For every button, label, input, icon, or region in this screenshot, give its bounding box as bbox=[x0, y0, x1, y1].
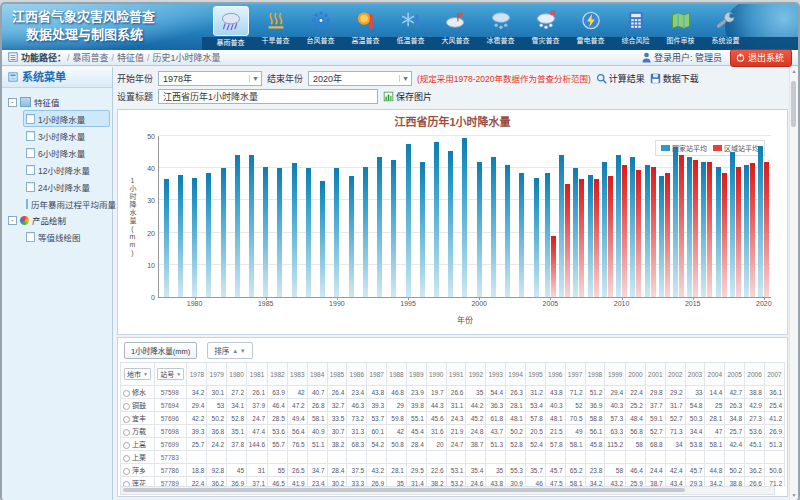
chart-title-input[interactable]: 江西省历年1小时降水量 bbox=[158, 89, 378, 104]
bar-national-2016[interactable] bbox=[701, 162, 706, 297]
bar-national-1999[interactable] bbox=[462, 138, 467, 297]
sidebar-item-历年暴雨过程平均雨量[interactable]: 历年暴雨过程平均雨量 bbox=[23, 195, 110, 212]
bar-national-1984[interactable] bbox=[249, 155, 254, 297]
station-name-cell[interactable]: 修水 bbox=[121, 386, 155, 399]
bar-national-1994[interactable] bbox=[391, 160, 396, 297]
save-image-button[interactable]: 保存图片 bbox=[383, 90, 432, 103]
end-year-select[interactable]: 2020年▼ bbox=[308, 71, 412, 86]
year-column-header[interactable]: 1983 bbox=[287, 363, 307, 386]
bar-national-1989[interactable] bbox=[320, 181, 325, 297]
nav-item-图件审核[interactable]: 图件审核 bbox=[658, 6, 703, 49]
bar-national-1985[interactable] bbox=[263, 167, 268, 297]
bar-national-2011[interactable] bbox=[630, 157, 635, 297]
year-column-header[interactable]: 1999 bbox=[605, 363, 626, 386]
radio-icon[interactable] bbox=[123, 416, 130, 423]
year-column-header[interactable]: 1987 bbox=[367, 363, 387, 386]
bar-national-2020[interactable] bbox=[758, 146, 763, 297]
year-column-header[interactable]: 2004 bbox=[705, 363, 725, 386]
bar-regional-2010[interactable] bbox=[622, 165, 627, 297]
station-name-cell[interactable]: 萍乡 bbox=[121, 464, 155, 477]
bar-national-1979[interactable] bbox=[178, 175, 183, 297]
bar-national-2008[interactable] bbox=[588, 175, 593, 297]
year-column-header[interactable]: 1991 bbox=[446, 363, 466, 386]
station-name-cell[interactable]: 铜鼓 bbox=[121, 399, 155, 412]
bar-national-1981[interactable] bbox=[206, 173, 211, 297]
bar-regional-2020[interactable] bbox=[764, 162, 769, 297]
bar-regional-2011[interactable] bbox=[636, 170, 641, 297]
bar-national-1982[interactable] bbox=[221, 168, 226, 297]
bar-national-2018[interactable] bbox=[730, 152, 735, 297]
start-year-select[interactable]: 1978年▼ bbox=[158, 71, 262, 86]
year-column-header[interactable]: 2005 bbox=[725, 363, 745, 386]
bar-national-1991[interactable] bbox=[349, 176, 354, 297]
sidebar-item-12小时降水量[interactable]: 12小时降水量 bbox=[23, 161, 110, 178]
nav-item-系统设置[interactable]: 系统设置 bbox=[703, 6, 748, 49]
year-column-header[interactable]: 1995 bbox=[525, 363, 545, 386]
year-column-header[interactable]: 1996 bbox=[545, 363, 565, 386]
table-row[interactable]: 萍乡5778618.892.845315526.534.728.437.543.… bbox=[121, 464, 785, 477]
breadcrumb-segment[interactable]: 特征值 bbox=[115, 53, 146, 63]
bar-national-1987[interactable] bbox=[292, 163, 297, 297]
year-column-header[interactable]: 1985 bbox=[327, 363, 347, 386]
table-row[interactable]: 铜鼓5769429.45334.137.946.447.226.832.746.… bbox=[121, 399, 785, 412]
bar-national-1980[interactable] bbox=[192, 178, 197, 297]
year-column-header[interactable]: 1984 bbox=[307, 363, 327, 386]
bar-national-2003[interactable] bbox=[519, 173, 524, 297]
table-row[interactable]: 上高5769925.724.237.8144.655.776.551.138.2… bbox=[121, 438, 785, 451]
radio-icon[interactable] bbox=[123, 442, 130, 449]
sidebar-item-6小时降水量[interactable]: 6小时降水量 bbox=[23, 144, 110, 161]
vscroll-thumb[interactable] bbox=[791, 81, 796, 127]
scroll-down-arrow[interactable]: ▼ bbox=[790, 491, 798, 500]
year-column-header[interactable]: 2000 bbox=[626, 363, 646, 386]
bar-national-2019[interactable] bbox=[744, 165, 749, 297]
bar-national-1990[interactable] bbox=[334, 168, 339, 297]
bar-regional-2015[interactable] bbox=[693, 160, 698, 297]
table-row[interactable]: 修水5759834.230.127.226.163.94240.726.423.… bbox=[121, 386, 785, 399]
bar-national-1995[interactable] bbox=[406, 144, 411, 297]
station-name-cell[interactable]: 上高 bbox=[121, 438, 155, 451]
year-column-header[interactable]: 2006 bbox=[745, 363, 765, 386]
nav-item-大风普查[interactable]: 大风普查 bbox=[433, 6, 478, 49]
year-column-header[interactable]: 1988 bbox=[387, 363, 407, 386]
bar-national-2014[interactable] bbox=[673, 147, 678, 297]
bar-national-2004[interactable] bbox=[534, 178, 539, 297]
year-column-header[interactable]: 2002 bbox=[665, 363, 685, 386]
year-column-header[interactable]: 2007 bbox=[764, 363, 784, 386]
calc-result-button[interactable]: 计算结果 bbox=[596, 72, 645, 85]
collapse-icon[interactable]: - bbox=[8, 216, 17, 225]
bar-national-2015[interactable] bbox=[687, 157, 692, 297]
nav-item-干旱普查[interactable]: 干旱普查 bbox=[253, 6, 298, 49]
year-column-header[interactable]: 1982 bbox=[268, 363, 288, 386]
radio-icon[interactable] bbox=[123, 390, 130, 397]
year-column-header[interactable]: 2001 bbox=[645, 363, 665, 386]
bar-national-2009[interactable] bbox=[602, 162, 607, 297]
year-column-header[interactable]: 1998 bbox=[585, 363, 605, 386]
hscroll-thumb[interactable] bbox=[123, 488, 685, 492]
bar-national-1986[interactable] bbox=[277, 168, 282, 297]
table-row[interactable]: 宜丰5769642.250.252.824.728.549.458.133.57… bbox=[121, 412, 785, 425]
bar-regional-2016[interactable] bbox=[707, 162, 712, 297]
nav-item-台风普查[interactable]: 台风普查 bbox=[298, 6, 343, 49]
bar-national-2005[interactable] bbox=[545, 173, 550, 297]
year-column-header[interactable]: 1997 bbox=[565, 363, 585, 386]
nav-item-冰雹普查[interactable]: 冰雹普查 bbox=[478, 6, 523, 49]
sidebar-item-24小时降水量[interactable]: 24小时降水量 bbox=[23, 178, 110, 195]
bar-national-1988[interactable] bbox=[306, 168, 311, 297]
sort-select[interactable]: 排序 ▲ ▼ bbox=[207, 342, 253, 359]
bar-regional-2018[interactable] bbox=[736, 167, 741, 297]
bar-regional-2014[interactable] bbox=[679, 155, 684, 297]
bar-national-1983[interactable] bbox=[235, 155, 240, 297]
bar-national-1998[interactable] bbox=[448, 151, 453, 298]
bar-regional-2009[interactable] bbox=[608, 176, 613, 297]
bar-national-1997[interactable] bbox=[434, 142, 439, 297]
bar-regional-2013[interactable] bbox=[665, 173, 670, 297]
bar-regional-2012[interactable] bbox=[651, 167, 656, 297]
bar-national-2006[interactable] bbox=[559, 155, 564, 297]
year-column-header[interactable]: 1993 bbox=[486, 363, 506, 386]
nav-item-雷电普查[interactable]: 雷电普查 bbox=[568, 6, 613, 49]
year-column-header[interactable]: 1986 bbox=[347, 363, 367, 386]
bar-regional-2007[interactable] bbox=[579, 179, 584, 297]
table-row[interactable]: 万载5769839.336.835.147.453.656.440.930.73… bbox=[121, 425, 785, 438]
logout-button[interactable]: 退出系统 bbox=[730, 49, 792, 67]
table-row[interactable]: 上栗57783 bbox=[121, 451, 785, 464]
